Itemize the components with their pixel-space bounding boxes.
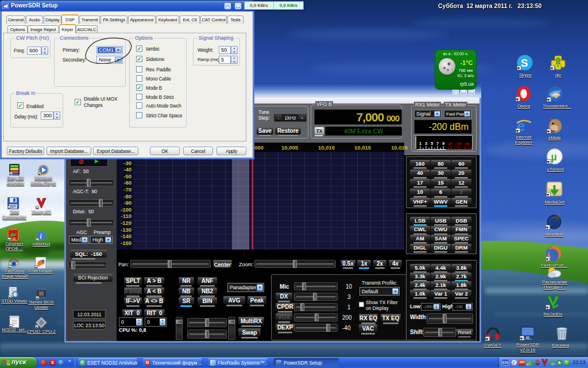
svg-text:µ: µ: [551, 151, 557, 163]
svg-text:S: S: [521, 57, 528, 69]
